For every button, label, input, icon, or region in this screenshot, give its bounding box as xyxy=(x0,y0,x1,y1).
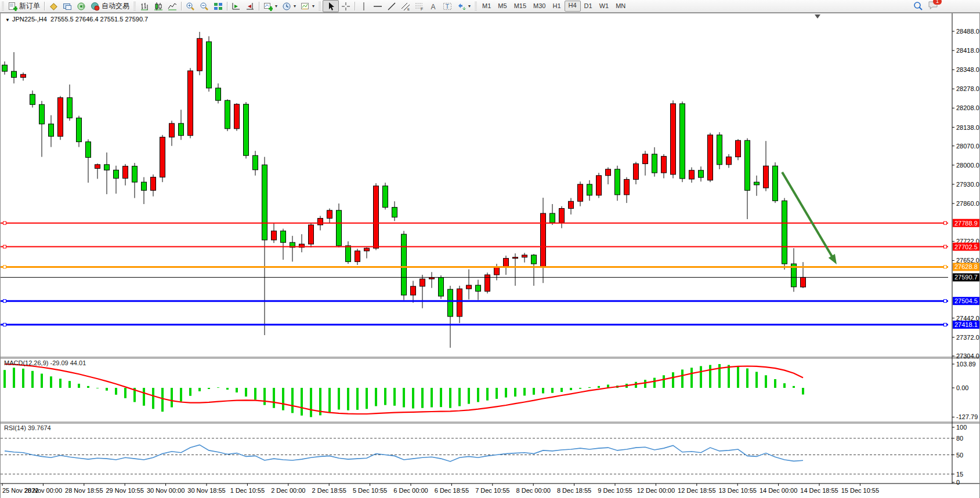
price-tick-label: 27372.0 xyxy=(956,334,979,341)
line-chart-button[interactable] xyxy=(165,1,179,12)
tab-timeframe-d1[interactable]: D1 xyxy=(581,1,596,11)
zoom-out-button[interactable] xyxy=(197,1,211,12)
chevron-down-icon: ▼ xyxy=(5,17,10,23)
date-tick-label: 9 Dec 10:55 xyxy=(598,487,632,494)
arrow-objects-icon xyxy=(457,2,466,11)
price-tick-label: 27304.0 xyxy=(956,352,979,359)
tab-timeframe-m1[interactable]: M1 xyxy=(479,1,494,11)
price-line-badge: 27702.5 xyxy=(954,243,978,250)
tab-timeframe-h1[interactable]: H1 xyxy=(549,1,564,11)
tab-timeframe-w1[interactable]: W1 xyxy=(596,1,613,11)
fibonacci-button[interactable]: F xyxy=(413,1,426,12)
date-tick-label: 14 Dec 18:55 xyxy=(800,487,838,494)
terminal-button[interactable] xyxy=(60,1,74,12)
equidistant-channel-button[interactable]: E xyxy=(399,1,413,12)
chart-window[interactable]: ▼JPN225-,H4 27555.5 27646.4 27551.5 2759… xyxy=(0,13,980,498)
svg-text:A: A xyxy=(431,2,436,10)
terminal-icon xyxy=(63,2,72,11)
bar-chart-button[interactable] xyxy=(138,1,151,12)
toolbar-separator xyxy=(227,2,227,10)
price-tick-label: 28000.0 xyxy=(956,162,979,169)
new-order-icon xyxy=(8,2,17,11)
rsi-value: 39.7674 xyxy=(28,424,51,431)
metaeditor-button[interactable] xyxy=(46,1,60,12)
toolbar-separator xyxy=(181,2,182,10)
price-tick-label: 28278.0 xyxy=(956,85,979,92)
svg-text:E: E xyxy=(407,8,410,11)
price-line-badge: 27628.8 xyxy=(954,263,978,270)
price-tick-label: 27860.0 xyxy=(956,200,979,207)
rsi-line xyxy=(5,445,803,461)
autotrading-button[interactable]: 自动交易 xyxy=(88,1,132,12)
tab-timeframe-h4[interactable]: H4 xyxy=(565,1,581,12)
tab-timeframe-m5[interactable]: M5 xyxy=(494,1,510,11)
price-tick-label: 28488.0 xyxy=(956,28,979,35)
toolbar-grip xyxy=(133,2,136,10)
rsi-name: RSI(14) xyxy=(4,424,26,431)
macd-axis-label: 0.00 xyxy=(956,384,968,391)
date-tick-label: 15 Dec 10:55 xyxy=(841,487,879,494)
chart-shift-button[interactable] xyxy=(229,1,243,12)
zoom-in-button[interactable] xyxy=(183,1,197,12)
horizontal-line-button[interactable] xyxy=(371,1,385,12)
vertical-line-button[interactable] xyxy=(357,1,371,12)
date-tick-label: 14 Dec 00:00 xyxy=(760,487,797,494)
equidistant-channel-icon: E xyxy=(401,2,410,11)
date-tick-label: 30 Nov 00:00 xyxy=(147,487,185,494)
auto-scroll-button[interactable] xyxy=(243,1,257,12)
toolbar-separator xyxy=(44,2,45,10)
rsi-axis-label: 100 xyxy=(956,424,967,431)
trend-arrow xyxy=(782,172,833,258)
arrows-button[interactable]: ▾ xyxy=(454,1,473,12)
price-line-badge: 27788.9 xyxy=(954,220,978,227)
line-chart-icon xyxy=(168,2,177,11)
new-order-button[interactable]: 新订单 xyxy=(6,1,42,12)
periods-button[interactable]: ▾ xyxy=(280,1,298,12)
zoom-in-icon xyxy=(186,2,195,11)
price-line-badge: 27504.5 xyxy=(954,297,978,304)
trendline-icon xyxy=(387,2,396,11)
date-tick-label: 13 Dec 10:55 xyxy=(718,487,756,494)
templates-button[interactable]: ▾ xyxy=(298,1,317,12)
notifications-button[interactable]: 1 xyxy=(928,1,938,12)
text-label-button[interactable]: T xyxy=(440,1,454,12)
date-tick-label: 6 Dec 00:00 xyxy=(393,487,428,494)
text-button[interactable]: A xyxy=(426,1,440,12)
date-tick-label: 1 Dec 10:55 xyxy=(230,487,265,494)
date-tick-label: 28 Nov 18:55 xyxy=(65,487,103,494)
chevron-down-icon: ▾ xyxy=(312,3,314,9)
chart-symbol-period: JPN225-,H4 xyxy=(12,16,47,23)
tab-timeframe-m30[interactable]: M30 xyxy=(530,1,549,11)
macd-name: MACD(12,26,9) xyxy=(4,359,48,366)
chevron-down-icon: ▾ xyxy=(294,3,296,9)
text-label-icon: T xyxy=(443,2,452,11)
tab-timeframe-mn[interactable]: MN xyxy=(612,1,629,11)
tab-timeframe-m15[interactable]: M15 xyxy=(511,1,530,11)
candlestick-button[interactable] xyxy=(151,1,165,12)
trendline-button[interactable] xyxy=(385,1,399,12)
indicators-button[interactable]: ▾ xyxy=(261,1,280,12)
date-tick-label: 8 Dec 18:55 xyxy=(557,487,591,494)
crosshair-icon xyxy=(341,2,350,11)
macd-values: -29.09 44.01 xyxy=(50,359,86,366)
tile-windows-button[interactable] xyxy=(211,1,225,12)
search-icon[interactable] xyxy=(913,1,923,11)
rsi-axis-label: 50 xyxy=(956,452,963,459)
horizontal-line-icon xyxy=(373,2,382,11)
chart-shift-marker xyxy=(815,14,820,19)
chart-shift-icon xyxy=(232,2,241,11)
crosshair-button[interactable] xyxy=(339,1,353,12)
date-tick-label: 28 Nov 00:00 xyxy=(24,487,62,494)
main-toolbar: 新订单 自动交易 xyxy=(0,0,980,13)
date-tick-label: 2 Dec 00:00 xyxy=(271,487,305,494)
cursor-button[interactable] xyxy=(323,0,339,12)
autotrading-label: 自动交易 xyxy=(102,1,129,11)
date-tick-label: 5 Dec 10:55 xyxy=(353,487,387,494)
toolbar-separator xyxy=(355,2,355,10)
svg-text:F: F xyxy=(421,7,423,11)
signals-button[interactable] xyxy=(74,1,88,12)
price-chart-canvas[interactable]: 28488.028418.028348.028278.028208.028138… xyxy=(1,13,979,498)
price-tick-label: 28418.0 xyxy=(956,47,979,54)
price-tick-label: 28208.0 xyxy=(956,104,979,111)
date-tick-label: 6 Dec 18:55 xyxy=(435,487,469,494)
